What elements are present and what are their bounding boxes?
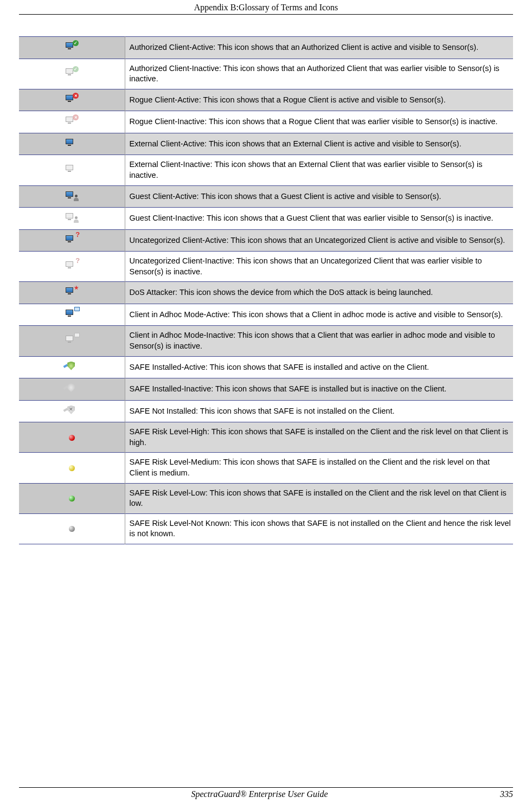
table-row: SAFE Risk Level-Not Known: This icon sho… [19,513,513,544]
icon-description: Client in Adhoc Mode-Active: This icon s… [125,304,513,326]
icon-description: DoS Attacker: This icon shows the device… [125,282,513,304]
table-row: DoS Attacker: This icon shows the device… [19,282,513,304]
external-client-inactive-icon [19,155,125,185]
table-row: Client in Adhoc Mode-Inactive: This icon… [19,326,513,356]
table-row: SAFE Risk Level-Low: This icon shows tha… [19,483,513,513]
safe-risk-unknown-icon [19,513,125,544]
glossary-table: Authorized Client-Active: This icon show… [19,36,513,544]
table-row: Authorized Client-Active: This icon show… [19,37,513,59]
table-row: External Client-Active: This icon shows … [19,133,513,155]
table-row: SAFE Risk Level-High: This icon shows th… [19,422,513,453]
page-footer: SpectraGuard® Enterprise User Guide 335 [19,787,513,799]
icon-description: External Client-Active: This icon shows … [125,133,513,155]
icon-description: Authorized Client-Inactive: This icon sh… [125,59,513,89]
adhoc-client-active-icon [19,304,125,326]
table-row: Uncategorized Client-Inactive: This icon… [19,252,513,282]
icon-description: SAFE Risk Level-Low: This icon shows tha… [125,483,513,513]
footer-page-number: 335 [500,789,513,799]
guest-client-inactive-icon [19,208,125,230]
icon-description: Guest Client-Inactive: This icon shows t… [125,208,513,230]
icon-description: Guest Client-Active: This icon shows tha… [125,185,513,208]
icon-description: Uncategorized Client-Active: This icon s… [125,229,513,252]
icon-description: Uncategorized Client-Inactive: This icon… [125,252,513,282]
external-client-active-icon [19,133,125,155]
guest-client-active-icon [19,185,125,208]
safe-not-installed-icon [19,400,125,422]
safe-installed-inactive-icon [19,378,125,401]
table-row: Guest Client-Inactive: This icon shows t… [19,208,513,230]
table-row: SAFE Not Installed: This icon shows that… [19,400,513,422]
footer-title: SpectraGuard® Enterprise User Guide [19,789,500,799]
icon-description: Authorized Client-Active: This icon show… [125,37,513,59]
icon-description: SAFE Risk Level-Not Known: This icon sho… [125,513,513,544]
table-row: SAFE Risk Level-Medium: This icon shows … [19,453,513,483]
table-row: Rogue Client-Inactive: This icon shows t… [19,111,513,133]
uncategorized-client-active-icon [19,229,125,252]
authorized-client-inactive-icon [19,59,125,89]
table-row: SAFE Installed-Active: This icon shows t… [19,356,513,378]
rogue-client-active-icon [19,89,125,111]
icon-description: Client in Adhoc Mode-Inactive: This icon… [125,326,513,356]
table-row: Client in Adhoc Mode-Active: This icon s… [19,304,513,326]
safe-risk-high-icon [19,422,125,453]
icon-description: External Client-Inactive: This icon show… [125,155,513,185]
adhoc-client-inactive-icon [19,326,125,356]
safe-installed-active-icon [19,356,125,378]
icon-description: SAFE Risk Level-Medium: This icon shows … [125,453,513,483]
table-row: SAFE Installed-Inactive: This icon shows… [19,378,513,401]
icon-description: SAFE Risk Level-High: This icon shows th… [125,422,513,453]
icon-description: Rogue Client-Inactive: This icon shows t… [125,111,513,133]
table-row: Uncategorized Client-Active: This icon s… [19,229,513,252]
uncategorized-client-inactive-icon [19,252,125,282]
icon-description: SAFE Installed-Active: This icon shows t… [125,356,513,378]
table-row: External Client-Inactive: This icon show… [19,155,513,185]
authorized-client-active-icon [19,37,125,59]
page-header: Appendix B:Glossary of Terms and Icons [19,0,513,15]
safe-risk-low-icon [19,483,125,513]
safe-risk-medium-icon [19,453,125,483]
icon-description: SAFE Installed-Inactive: This icon shows… [125,378,513,401]
table-row: Authorized Client-Inactive: This icon sh… [19,59,513,89]
table-row: Rogue Client-Active: This icon shows tha… [19,89,513,111]
table-row: Guest Client-Active: This icon shows tha… [19,185,513,208]
rogue-client-inactive-icon [19,111,125,133]
dos-attacker-icon [19,282,125,304]
icon-description: SAFE Not Installed: This icon shows that… [125,400,513,422]
icon-description: Rogue Client-Active: This icon shows tha… [125,89,513,111]
